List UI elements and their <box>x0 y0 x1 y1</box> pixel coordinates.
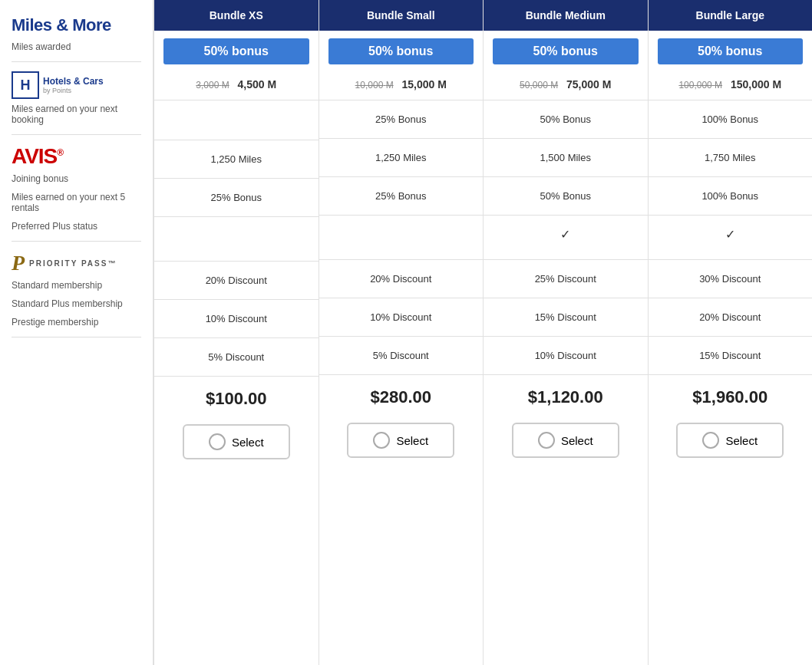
bundle-medium-hotels-bonus: 50% Bonus <box>484 100 648 138</box>
priority-labels: Standard membership Standard Plus member… <box>12 280 141 328</box>
hotels-name: Hotels & Cars <box>43 76 104 87</box>
bundle-medium-priority-standard: 25% Discount <box>484 259 648 298</box>
bundle-large-priority-prestige: 15% Discount <box>649 336 813 374</box>
bundle-xs-priority-standard: 20% Discount <box>154 261 319 299</box>
bundle-xs-price: $100.00 <box>154 376 319 415</box>
avis-rental-label: Miles earned on your next 5 rentals <box>12 192 141 213</box>
bundle-medium-bonus: 50% bonus <box>493 38 639 64</box>
priority-standard-plus-label: Standard Plus membership <box>12 298 141 309</box>
bundle-large-select-button[interactable]: Select <box>676 423 784 458</box>
bundle-small-miles: 10,000 M 15,000 M <box>319 72 484 100</box>
bundle-large-priority-standard: 30% Discount <box>649 259 813 298</box>
bundle-large-select-label: Select <box>725 434 758 447</box>
bundle-medium-avis-rental: 50% Bonus <box>484 176 648 215</box>
sidebar-brand-miles: Miles & More Miles awarded <box>12 15 141 52</box>
sidebar-priority: P PRIORITY PASS™ Standard membership Sta… <box>12 251 141 328</box>
columns-grid: Bundle XS 50% bonus 3,000 M 4,500 M 1,25… <box>153 0 812 665</box>
bundle-xs-priority-prestige: 5% Discount <box>154 337 319 376</box>
miles-awarded-label: Miles awarded <box>12 41 141 52</box>
bundle-xs-select-label: Select <box>232 436 264 449</box>
sidebar-hotels: H Hotels & Cars by Points Miles earned o… <box>12 71 141 125</box>
bundle-medium-miles: 50,000 M 75,000 M <box>484 72 648 100</box>
bundle-small-miles-old: 10,000 M <box>355 80 394 91</box>
bundle-large-radio <box>702 432 719 449</box>
bundle-small-avis-joining: 1,250 Miles <box>319 138 484 176</box>
bundle-xs-select-row: Select <box>154 415 319 469</box>
bundle-xs-miles-new: 4,500 M <box>238 78 277 91</box>
bundle-small-column: Bundle Small 50% bonus 10,000 M 15,000 M… <box>319 0 484 665</box>
divider-3 <box>12 241 141 242</box>
priority-logo: P PRIORITY PASS™ <box>12 251 141 275</box>
bundle-xs-priority-standard-plus: 10% Discount <box>154 299 319 337</box>
bundle-large-hotels-bonus: 100% Bonus <box>649 100 813 138</box>
priority-prestige-label: Prestige membership <box>12 317 141 328</box>
bundle-large-column: Bundle Large 50% bonus 100,000 M 150,000… <box>648 0 813 665</box>
bundle-large-header: Bundle Large <box>649 0 813 31</box>
bundle-small-select-button[interactable]: Select <box>347 423 454 458</box>
bundle-xs-miles: 3,000 M 4,500 M <box>154 72 319 100</box>
bundle-small-price: $280.00 <box>319 374 484 413</box>
sidebar: Miles & More Miles awarded H Hotels & Ca… <box>0 0 153 665</box>
bundle-large-avis-preferred: ✓ <box>649 215 813 253</box>
hotels-label: Miles earned on your next booking <box>12 104 141 125</box>
bundle-xs-radio <box>209 433 226 450</box>
bundle-small-header: Bundle Small <box>319 0 484 31</box>
bundle-small-hotels-bonus: 25% Bonus <box>319 100 484 138</box>
bundle-large-price: $1,960.00 <box>649 374 813 413</box>
bundle-xs-select-button[interactable]: Select <box>183 424 290 459</box>
bundle-medium-miles-old: 50,000 M <box>520 80 558 91</box>
bundle-medium-header: Bundle Medium <box>484 0 648 31</box>
bundle-small-miles-new: 15,000 M <box>402 78 447 91</box>
bundle-xs-hotels-empty <box>154 100 319 140</box>
bundle-xs-avis-rental: 25% Bonus <box>154 178 319 216</box>
bundle-medium-avis-preferred: ✓ <box>484 215 648 253</box>
bundle-medium-avis-joining: 1,500 Miles <box>484 138 648 176</box>
bundle-small-avis-rental: 25% Bonus <box>319 176 484 215</box>
bundle-large-bonus: 50% bonus <box>658 38 804 64</box>
sidebar-avis: AVIS® Joining bonus Miles earned on your… <box>12 144 141 232</box>
bundle-small-select-row: Select <box>319 413 484 467</box>
bundle-medium-priority-prestige: 10% Discount <box>484 336 648 374</box>
bundle-large-select-row: Select <box>649 413 813 467</box>
bundle-medium-select-label: Select <box>561 434 593 447</box>
divider-1 <box>12 61 141 62</box>
bundle-small-priority-prestige: 5% Discount <box>319 336 484 374</box>
main-content: Bundle XS 50% bonus 3,000 M 4,500 M 1,25… <box>153 0 812 665</box>
bundle-medium-priority-standard-plus: 15% Discount <box>484 298 648 336</box>
bundle-large-priority-standard-plus: 20% Discount <box>649 298 813 336</box>
bundle-small-bonus: 50% bonus <box>328 38 474 64</box>
bundle-medium-select-row: Select <box>484 413 648 467</box>
bundle-xs-avis-joining: 1,250 Miles <box>154 140 319 178</box>
avis-preferred-label: Preferred Plus status <box>12 221 141 232</box>
bundle-xs-avis-preferred <box>154 216 319 255</box>
hotels-sub: by Points <box>43 87 104 94</box>
bundle-xs-column: Bundle XS 50% bonus 3,000 M 4,500 M 1,25… <box>153 0 319 665</box>
avis-logo: AVIS® <box>12 144 141 169</box>
bundle-small-priority-standard-plus: 10% Discount <box>319 298 484 336</box>
hotels-logo: H Hotels & Cars by Points <box>12 71 141 99</box>
bundle-small-select-label: Select <box>396 434 428 447</box>
bundle-large-avis-rental: 100% Bonus <box>649 176 813 215</box>
bundle-medium-miles-new: 75,000 M <box>566 78 611 91</box>
bundle-large-miles: 100,000 M 150,000 M <box>649 72 813 100</box>
priority-letter: P <box>12 251 25 275</box>
hotels-icon: H <box>12 71 39 99</box>
bundle-xs-bonus: 50% bonus <box>163 38 309 64</box>
bundle-medium-price: $1,120.00 <box>484 374 648 413</box>
bundle-xs-header: Bundle XS <box>154 0 319 31</box>
priority-standard-label: Standard membership <box>12 280 141 291</box>
bundle-medium-column: Bundle Medium 50% bonus 50,000 M 75,000 … <box>483 0 648 665</box>
bundle-large-miles-new: 150,000 M <box>731 78 781 91</box>
bundle-medium-select-button[interactable]: Select <box>512 423 619 458</box>
bundle-small-avis-preferred <box>319 215 484 253</box>
avis-labels: Joining bonus Miles earned on your next … <box>12 173 141 232</box>
bundle-small-priority-standard: 20% Discount <box>319 259 484 298</box>
divider-2 <box>12 134 141 135</box>
bundle-large-miles-old: 100,000 M <box>678 80 722 91</box>
brand-title: Miles & More <box>12 15 141 35</box>
avis-joining-label: Joining bonus <box>12 173 141 184</box>
divider-4 <box>12 337 141 337</box>
bundle-small-radio <box>373 432 390 449</box>
bundle-xs-miles-old: 3,000 M <box>196 80 229 91</box>
bundle-large-avis-joining: 1,750 Miles <box>649 138 813 176</box>
